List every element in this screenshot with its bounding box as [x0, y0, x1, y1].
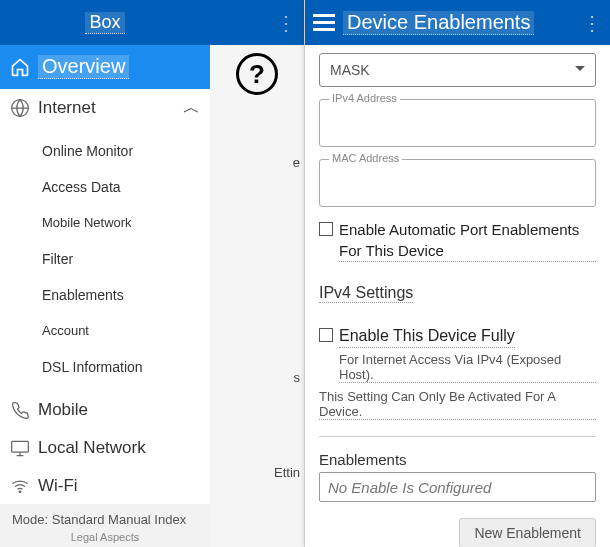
- svg-rect-1: [12, 441, 29, 452]
- sidebar-item-internet[interactable]: Internet ︿: [0, 89, 210, 127]
- checkbox-auto-port[interactable]: [319, 222, 333, 236]
- wifi-label: Wi-Fi: [38, 476, 78, 496]
- auto-port-row[interactable]: Enable Automatic Port Enablements For Th…: [319, 219, 596, 262]
- enable-full-label: Enable This Device Fully: [339, 325, 515, 348]
- caret-down-icon: [575, 66, 585, 71]
- sidebar-item-overview[interactable]: Overview: [0, 45, 210, 89]
- sidebar-sub-dsl-info[interactable]: DSL Information: [42, 349, 210, 385]
- hamburger-icon[interactable]: [313, 14, 335, 31]
- wifi-icon: [10, 476, 30, 496]
- sidebar-sub-account[interactable]: Account: [42, 313, 210, 349]
- internet-label: Internet: [38, 98, 96, 118]
- sidebar-footer: Mode: Standard Manual Index Legal Aspect…: [0, 504, 210, 547]
- brand-label: Box: [85, 12, 124, 34]
- sidebar-sub-access-data[interactable]: Access Data: [42, 169, 210, 205]
- right-panel: Device Enablements ⋮ MASK IPv4 Address M…: [305, 0, 610, 547]
- checkbox-enable-full[interactable]: [319, 328, 333, 342]
- kebab-icon[interactable]: ⋮: [276, 11, 296, 35]
- panel-body: MASK IPv4 Address MAC Address Enable Aut…: [305, 45, 610, 547]
- enablements-list: No Enable Is Configured: [319, 472, 596, 502]
- enablements-heading: Enablements: [319, 451, 596, 468]
- mobile-label: Mobile: [38, 400, 88, 420]
- no-enable-text: No Enable Is Configured: [328, 479, 491, 496]
- ipv4-field: IPv4 Address: [319, 99, 596, 147]
- mac-field: MAC Address: [319, 159, 596, 207]
- enable-full-note2: This Setting Can Only Be Activated For A…: [319, 389, 596, 420]
- panel-title: Device Enablements: [343, 11, 534, 35]
- help-icon[interactable]: ?: [236, 53, 278, 95]
- sidebar-item-local-network[interactable]: Local Network: [0, 429, 210, 467]
- legal-link[interactable]: Legal Aspects: [12, 531, 198, 543]
- sidebar-sub-mobile-network[interactable]: Mobile Network: [42, 205, 210, 241]
- mode-text: Mode: Standard Manual Index: [12, 512, 198, 527]
- panel-header: Device Enablements ⋮: [305, 0, 610, 45]
- divider: [319, 436, 596, 437]
- globe-icon: [10, 98, 30, 118]
- enable-full-row[interactable]: Enable This Device Fully: [319, 325, 596, 348]
- panel-kebab-icon[interactable]: ⋮: [582, 11, 602, 35]
- mid-text: e s Ettin: [210, 95, 304, 480]
- select-value: MASK: [330, 62, 370, 78]
- mid-panel: ⋮ ? e s Ettin: [210, 0, 305, 547]
- sidebar-item-wifi[interactable]: Wi-Fi: [0, 467, 210, 505]
- new-enablement-button[interactable]: New Enablement: [459, 518, 596, 547]
- home-icon: [10, 57, 30, 77]
- enable-full-note: For Internet Access Via IPv4 (Exposed Ho…: [339, 352, 596, 383]
- internet-submenu: Online Monitor Access Data Mobile Networ…: [0, 127, 210, 391]
- ipv4-label: IPv4 Address: [329, 92, 400, 104]
- phone-icon: [10, 400, 30, 420]
- overview-label: Overview: [38, 55, 129, 79]
- mac-label: MAC Address: [329, 152, 402, 164]
- local-label: Local Network: [38, 438, 146, 458]
- auto-port-label: Enable Automatic Port Enablements For Th…: [339, 219, 596, 262]
- monitor-icon: [10, 438, 30, 458]
- sidebar-brand: Box: [0, 0, 210, 45]
- sidebar: Box Overview Internet ︿ Online Monitor A…: [0, 0, 210, 547]
- sidebar-sub-enablements[interactable]: Enablements: [42, 277, 210, 313]
- ipv4-settings-heading: IPv4 Settings: [319, 284, 413, 303]
- svg-point-2: [19, 491, 21, 493]
- mid-header: ⋮: [210, 0, 304, 45]
- mac-input[interactable]: [319, 159, 596, 207]
- sidebar-sub-filter[interactable]: Filter: [42, 241, 210, 277]
- button-row: New Enablement: [319, 518, 596, 547]
- sidebar-item-mobile[interactable]: Mobile: [0, 391, 210, 429]
- sidebar-sub-online-monitor[interactable]: Online Monitor: [42, 133, 210, 169]
- chevron-up-icon: ︿: [183, 96, 200, 119]
- device-select[interactable]: MASK: [319, 53, 596, 87]
- ipv4-input[interactable]: [319, 99, 596, 147]
